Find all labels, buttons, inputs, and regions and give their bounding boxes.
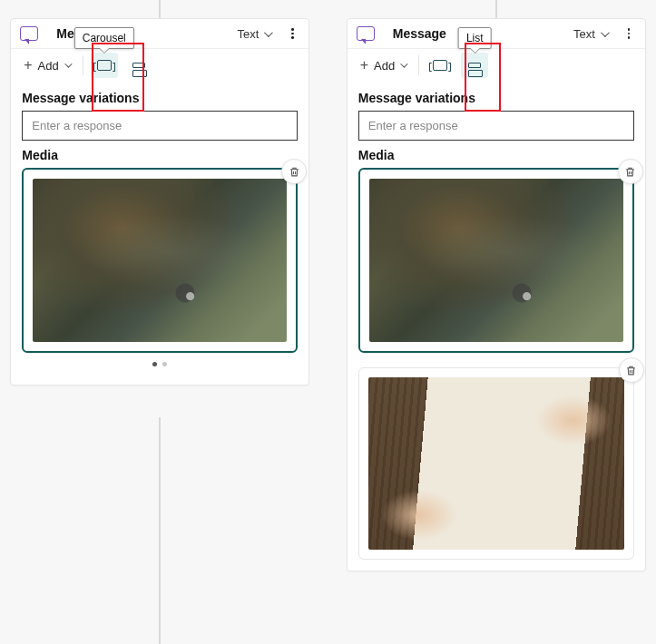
media-card[interactable] bbox=[22, 168, 298, 353]
chatbubble-icon bbox=[357, 26, 375, 41]
chevron-down-icon bbox=[264, 28, 273, 37]
node-toolbar: + Add List bbox=[348, 48, 645, 82]
media-image bbox=[368, 377, 624, 550]
chevron-down-icon bbox=[601, 28, 610, 37]
carousel-pager[interactable] bbox=[22, 353, 298, 374]
pager-dot[interactable] bbox=[162, 362, 167, 366]
response-input[interactable] bbox=[22, 111, 298, 141]
carousel-icon bbox=[433, 60, 447, 71]
layout-list-button[interactable]: List bbox=[461, 53, 488, 78]
divider bbox=[83, 55, 83, 75]
add-label: Add bbox=[38, 59, 59, 73]
plus-icon: + bbox=[24, 58, 32, 73]
node-title: Message bbox=[393, 26, 446, 41]
tooltip: List bbox=[458, 27, 492, 49]
carousel-icon bbox=[97, 60, 112, 71]
trash-icon bbox=[625, 365, 637, 376]
pager-dot[interactable] bbox=[152, 362, 157, 366]
message-node-left: Message Text + Add Carousel bbox=[10, 18, 309, 385]
message-node-right: Message Text + Add List bbox=[347, 18, 646, 571]
add-label: Add bbox=[374, 59, 395, 73]
media-card[interactable] bbox=[358, 367, 634, 560]
node-header: Message Text bbox=[348, 19, 645, 48]
chevron-down-icon bbox=[64, 60, 72, 67]
dropdown-label: Text bbox=[237, 27, 259, 41]
media-heading: Media bbox=[22, 148, 298, 162]
plus-icon: + bbox=[360, 58, 368, 73]
overflow-menu-button[interactable] bbox=[622, 28, 636, 39]
trash-icon bbox=[289, 166, 300, 178]
list-icon bbox=[468, 63, 481, 68]
response-input[interactable] bbox=[358, 111, 634, 141]
delete-media-button[interactable] bbox=[619, 357, 644, 383]
trash-icon bbox=[624, 166, 636, 178]
delete-media-button[interactable] bbox=[281, 159, 307, 184]
overflow-menu-button[interactable] bbox=[285, 28, 299, 39]
dropdown-label: Text bbox=[573, 27, 595, 41]
media-image bbox=[369, 179, 623, 342]
add-button[interactable]: + Add bbox=[355, 54, 411, 76]
media-heading: Media bbox=[358, 148, 634, 162]
output-type-dropdown[interactable]: Text bbox=[237, 27, 270, 41]
node-header: Message Text bbox=[11, 19, 308, 48]
add-button[interactable]: + Add bbox=[18, 54, 74, 76]
output-type-dropdown[interactable]: Text bbox=[573, 27, 607, 41]
delete-media-button[interactable] bbox=[618, 159, 643, 184]
tooltip: Carousel bbox=[74, 27, 134, 49]
list-icon bbox=[132, 63, 145, 68]
layout-carousel-button[interactable]: Carousel bbox=[91, 53, 118, 78]
layout-list-button[interactable] bbox=[125, 53, 152, 78]
variations-heading: Message variations bbox=[22, 91, 298, 105]
variations-heading: Message variations bbox=[358, 91, 634, 105]
chevron-down-icon bbox=[400, 60, 407, 67]
divider bbox=[418, 55, 419, 75]
media-card[interactable] bbox=[358, 168, 634, 353]
layout-carousel-button[interactable] bbox=[426, 53, 454, 78]
chatbubble-icon bbox=[20, 26, 38, 41]
node-toolbar: + Add Carousel bbox=[11, 48, 308, 82]
media-image bbox=[33, 179, 287, 342]
